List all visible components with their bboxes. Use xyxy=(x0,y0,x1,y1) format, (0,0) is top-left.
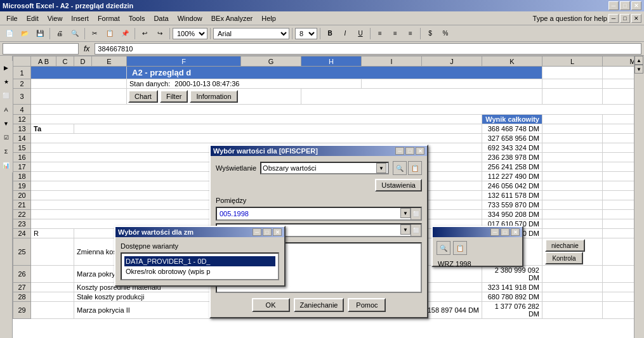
underline-button[interactable]: U xyxy=(353,27,367,41)
row23-n[interactable] xyxy=(603,219,634,229)
row18-n[interactable] xyxy=(603,172,634,181)
cell-e1[interactable] xyxy=(31,67,127,79)
cell-h3[interactable] xyxy=(301,89,542,105)
zaniechanie-button[interactable]: Zaniechanie xyxy=(294,298,345,312)
row23-m[interactable] xyxy=(542,219,603,229)
range2-pick-button[interactable]: ⬜ xyxy=(411,224,421,236)
app-max-button[interactable]: □ xyxy=(620,14,630,23)
row12-left[interactable] xyxy=(31,115,482,124)
col-header-c[interactable]: C xyxy=(56,56,74,67)
cell-24-f[interactable]: R xyxy=(31,229,74,238)
undo-button[interactable]: ↩ xyxy=(138,27,152,41)
row24-m[interactable] xyxy=(542,229,603,238)
row26-l[interactable] xyxy=(542,266,603,283)
row17-m[interactable] xyxy=(542,162,603,172)
align-left-button[interactable]: ≡ xyxy=(373,27,387,41)
row28-left[interactable] xyxy=(31,292,74,302)
third-dialog-close[interactable]: ✕ xyxy=(511,228,520,236)
maximize-button[interactable]: □ xyxy=(620,1,630,10)
third-tool-2[interactable]: 📋 xyxy=(453,241,467,255)
row16-m[interactable] xyxy=(542,153,603,162)
row27-l[interactable] xyxy=(542,283,603,292)
cell-e2[interactable] xyxy=(31,79,127,89)
row13-m[interactable] xyxy=(542,124,603,134)
formula-input[interactable] xyxy=(95,43,641,55)
bold-button[interactable]: B xyxy=(323,27,337,41)
save-button[interactable]: 💾 xyxy=(33,27,47,41)
cell-row4[interactable] xyxy=(31,105,634,115)
display-tool-1[interactable]: 🔍 xyxy=(393,161,407,175)
name-box[interactable] xyxy=(3,43,79,55)
preview-button[interactable]: 🔍 xyxy=(68,27,82,41)
percent-button[interactable]: % xyxy=(438,27,452,41)
scroll-down-button[interactable]: ▼ xyxy=(634,65,643,74)
menu-tools[interactable]: Tools xyxy=(125,13,149,23)
row25-m[interactable] xyxy=(603,238,634,266)
vertical-scrollbar[interactable]: ▲ ▼ xyxy=(634,56,644,338)
row19-n[interactable] xyxy=(603,181,634,191)
tool-6[interactable]: ☑ xyxy=(0,131,13,145)
sec-dialog-min[interactable]: ─ xyxy=(253,228,261,236)
cell-l1[interactable] xyxy=(542,67,603,79)
copy-button[interactable]: 📋 xyxy=(103,27,117,41)
col-header-m[interactable]: M xyxy=(603,56,634,67)
row14-m[interactable] xyxy=(542,134,603,143)
zoom-dropdown[interactable]: 100% xyxy=(173,28,207,39)
tool-3[interactable]: ⬜ xyxy=(0,89,13,103)
menu-help[interactable]: Help xyxy=(258,13,280,23)
ustawienia-button[interactable]: Ustawienia xyxy=(375,179,422,192)
row16-n[interactable] xyxy=(603,153,634,162)
col-header-g[interactable]: G xyxy=(241,56,301,67)
row17-n[interactable] xyxy=(603,162,634,172)
new-button[interactable]: 📄 xyxy=(3,27,16,41)
menu-window[interactable]: Window xyxy=(174,13,206,23)
cell-l2[interactable] xyxy=(542,79,603,89)
open-button[interactable]: 📂 xyxy=(18,27,32,41)
cell-m2[interactable] xyxy=(603,79,634,89)
row13-n[interactable] xyxy=(603,124,634,134)
main-dialog-max[interactable]: □ xyxy=(405,147,414,155)
display-combo-arrow[interactable]: ▼ xyxy=(376,163,386,173)
col-header-k[interactable]: K xyxy=(482,56,542,67)
col-header-ab[interactable]: A B xyxy=(31,56,56,67)
paste-button[interactable]: 📌 xyxy=(118,27,132,41)
row28-l[interactable] xyxy=(542,292,603,302)
display-tool-2[interactable]: 📋 xyxy=(408,161,422,175)
row20-m[interactable] xyxy=(542,191,603,200)
ok-button[interactable]: OK xyxy=(252,298,290,312)
row20-n[interactable] xyxy=(603,191,634,200)
sec-dialog-close[interactable]: ✕ xyxy=(273,228,282,236)
row14-n[interactable] xyxy=(603,134,634,143)
row18-m[interactable] xyxy=(542,172,603,181)
filter-button[interactable]: Filter xyxy=(160,90,188,103)
font-name-dropdown[interactable]: Arial xyxy=(213,28,289,39)
main-dialog-min[interactable]: ─ xyxy=(395,147,404,155)
row29-m[interactable] xyxy=(603,302,634,319)
row13-mid[interactable] xyxy=(74,124,482,134)
tool-5[interactable]: ▼ xyxy=(0,117,13,131)
third-dialog-title[interactable]: ─ □ ✕ xyxy=(433,227,522,237)
information-button[interactable]: Information xyxy=(190,90,237,103)
col-header-d[interactable]: D xyxy=(74,56,92,67)
menu-insert[interactable]: Insert xyxy=(67,13,93,23)
row15-n[interactable] xyxy=(603,143,634,153)
kontrol-button[interactable]: Kontrola xyxy=(545,252,583,264)
menu-view[interactable]: View xyxy=(44,13,67,23)
range1-dropdown[interactable]: ▼ xyxy=(400,208,411,218)
row27-m[interactable] xyxy=(603,283,634,292)
align-center-button[interactable]: ≡ xyxy=(388,27,402,41)
tool-8[interactable]: 📊 xyxy=(0,159,13,172)
menu-file[interactable]: File xyxy=(3,13,22,23)
tool-2[interactable]: ★ xyxy=(0,75,13,89)
align-right-button[interactable]: ≡ xyxy=(404,27,417,41)
minimize-button[interactable]: ─ xyxy=(608,1,619,10)
menu-edit[interactable]: Edit xyxy=(23,13,43,23)
third-tool-1[interactable]: 🔍 xyxy=(437,241,450,255)
row25-left[interactable] xyxy=(31,238,74,266)
third-dialog-min[interactable]: ─ xyxy=(490,228,499,236)
row24-n[interactable] xyxy=(603,229,634,238)
chart-button[interactable]: Chart xyxy=(128,90,158,103)
col-header-f[interactable]: F xyxy=(127,56,241,67)
tool-7[interactable]: Σ xyxy=(0,145,13,159)
main-dialog-title[interactable]: Wybór wartości dla [0FISCPER] ─ □ ✕ xyxy=(211,146,427,156)
